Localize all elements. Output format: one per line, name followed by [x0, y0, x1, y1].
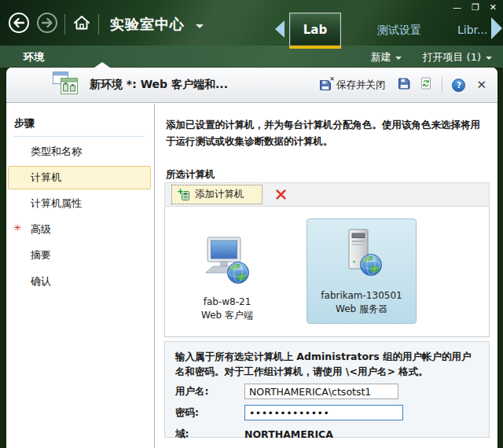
refresh-icon — [420, 77, 432, 90]
nav-divider — [64, 14, 65, 35]
nav-divider — [98, 14, 99, 35]
username-label: 用户名: — [175, 385, 244, 398]
steps-sidebar: 步骤 类型和名称 计算机 计算机属性 ✳ 高级 摘要 确认 — [6, 104, 154, 448]
refresh-button[interactable] — [420, 77, 432, 93]
domain-value: NORTHAMERICA — [244, 428, 333, 440]
home-button[interactable] — [72, 13, 92, 36]
back-arrow-icon — [8, 12, 30, 34]
machine-name: fabrikam-130501 — [307, 289, 416, 303]
back-button[interactable] — [8, 12, 30, 37]
domain-label: 域: — [175, 428, 244, 441]
password-field[interactable] — [244, 405, 403, 420]
save-close-icon: ✕ — [319, 79, 332, 91]
forward-arrow-icon — [36, 12, 58, 34]
save-and-close-button[interactable]: ✕ 保存并关闭 — [316, 77, 389, 94]
add-computer-label: 添加计算机 — [195, 188, 244, 201]
save-button[interactable] — [398, 77, 410, 93]
dialog-body: 步骤 类型和名称 计算机 计算机属性 ✳ 高级 摘要 确认 添加已设置的计算机，… — [6, 104, 497, 448]
credentials-panel: 输入属于所有选定计算机上 Administrators 组的用户帐户的用户名和密… — [164, 341, 490, 438]
step-advanced[interactable]: ✳ 高级 — [8, 218, 151, 241]
dialog-close-button[interactable]: ✕ — [475, 78, 488, 92]
required-asterisk-icon: ✳ — [13, 222, 21, 233]
minimize-button[interactable]: — — [453, 2, 461, 13]
dialog-title: 新环境 *: Web 客户端和... — [90, 78, 228, 92]
maximize-button[interactable]: ❐ — [472, 2, 479, 13]
step-machine-properties[interactable]: 计算机属性 — [8, 192, 151, 215]
dialog-header: 新环境 *: Web 客户端和... ✕ 保存并关闭 — [6, 68, 497, 103]
tab-scroll-left-icon[interactable] — [275, 20, 285, 38]
tab-scroll-right-icon[interactable] — [491, 17, 502, 39]
machine-role: Web 客户端 — [174, 309, 280, 322]
step-machines[interactable]: 计算机 — [8, 166, 151, 189]
home-icon — [72, 13, 92, 33]
open-items-menu-button[interactable]: 打开项目 (1) — [422, 50, 492, 64]
forward-button[interactable] — [36, 12, 58, 37]
tab-lab-label: Lab — [303, 23, 327, 37]
save-icon — [398, 77, 410, 90]
machine-tile-web-server-selected[interactable]: fabrikam-130501 Web 服务器 — [307, 218, 417, 324]
chevron-down-icon — [486, 57, 492, 60]
step-summary[interactable]: 摘要 — [8, 244, 151, 267]
step-advanced-label: 高级 — [31, 223, 51, 235]
open-items-label: 打开项目 (1) — [422, 50, 481, 64]
center-title: 实验室中心 — [110, 15, 185, 34]
window-close-button[interactable]: ✕ — [490, 2, 497, 13]
tab-lab[interactable]: Lab — [289, 13, 341, 49]
dialog-caret — [94, 62, 110, 68]
dialog-toolbar: ✕ 保存并关闭 — [316, 77, 488, 94]
delete-computer-button[interactable] — [275, 189, 287, 200]
toolbar-divider — [442, 77, 442, 93]
navigation-row: 实验室中心 — [8, 12, 204, 37]
new-environment-dialog: 新环境 *: Web 客户端和... ✕ 保存并关闭 — [6, 68, 497, 448]
help-button[interactable]: ? — [452, 79, 465, 92]
username-field[interactable] — [244, 384, 398, 399]
machine-name: fab-w8-21 — [174, 296, 280, 309]
new-menu-label: 新建 — [370, 50, 391, 64]
step-type-and-name[interactable]: 类型和名称 — [8, 140, 151, 163]
steps-list: 类型和名称 计算机 计算机属性 ✳ 高级 摘要 确认 — [6, 140, 154, 293]
ribbon-strip: 环境 新建 打开项目 (1) — [0, 46, 503, 68]
server-globe-icon — [336, 229, 387, 279]
step-instruction: 添加已设置的计算机，并为每台计算机分配角色。使用该角色来选择将用于运行测试或收集… — [166, 116, 490, 149]
credentials-instruction: 输入属于所有选定计算机上 Administrators 组的用户帐户的用户名和密… — [175, 349, 479, 379]
delete-x-icon — [275, 189, 287, 200]
application-window: — ❐ ✕ 实验室中心 — [0, 0, 503, 448]
add-computer-icon — [177, 188, 190, 201]
center-switch-dropdown-icon[interactable] — [196, 24, 204, 28]
machines-toolbar: 添加计算机 — [164, 182, 490, 207]
password-label: 密码: — [175, 406, 244, 420]
selected-computers-label: 所选计算机 — [166, 168, 215, 182]
ribbon-menus: 新建 打开项目 (1) — [370, 50, 492, 64]
machine-tile-web-client[interactable]: fab-w8-21 Web 客户端 — [174, 219, 280, 325]
save-and-close-label: 保存并关闭 — [336, 79, 386, 92]
step-verify[interactable]: 确认 — [8, 270, 151, 293]
tab-environments[interactable]: 环境 — [24, 50, 44, 64]
machines-panel: fab-w8-21 Web 客户端 — [164, 207, 490, 337]
environment-icon — [52, 72, 79, 98]
add-computer-button[interactable]: 添加计算机 — [171, 185, 263, 204]
step-content: 添加已设置的计算机，并为每台计算机分配角色。使用该角色来选择将用于运行测试或收集… — [155, 104, 497, 448]
new-menu-button[interactable]: 新建 — [370, 50, 402, 64]
machine-role: Web 服务器 — [307, 303, 416, 316]
window-controls: — ❐ ✕ — [453, 2, 497, 13]
chevron-down-icon — [395, 57, 402, 60]
desktop-globe-icon — [202, 237, 252, 285]
tab-library[interactable]: Libr... — [457, 24, 487, 36]
steps-header: 步骤 — [14, 116, 145, 137]
close-mark: ✕ — [329, 75, 335, 83]
tab-test-settings[interactable]: 测试设置 — [368, 24, 431, 38]
